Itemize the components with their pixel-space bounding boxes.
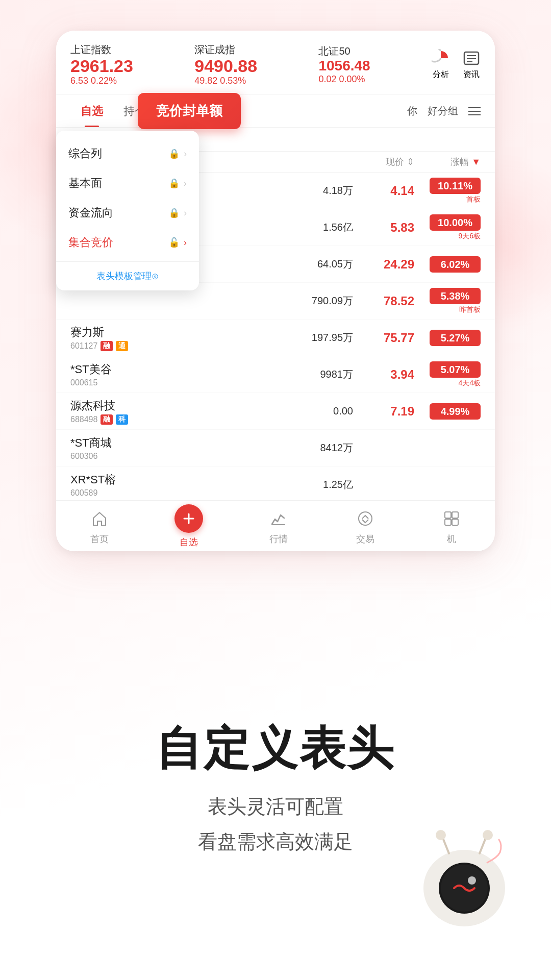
- change-badge-4: 5.38%: [430, 288, 481, 304]
- change-sub-6: 4天4板: [414, 379, 481, 388]
- svg-rect-21: [445, 519, 451, 525]
- index-beijing-change: 0.02 0.00%: [318, 74, 370, 85]
- market-header: 上证指数 2961.23 6.53 0.22% 深证成指 9490.88 49.…: [56, 31, 495, 95]
- sub-line2: 看盘需求高效满足: [198, 824, 353, 859]
- hamburger-menu[interactable]: [468, 107, 481, 115]
- table-row[interactable]: XR*ST榕 600589 1.25亿: [56, 467, 495, 503]
- stock-change-2: 10.00% 9天6板: [414, 214, 481, 241]
- stock-price-1: 4.14: [353, 184, 414, 198]
- news-button[interactable]: 资讯: [462, 49, 481, 80]
- nav-add-icon[interactable]: [174, 504, 203, 533]
- stock-vol-7: 0.00: [232, 405, 353, 417]
- dropdown-item-auction[interactable]: 集合竞价 🔓 ›: [56, 228, 199, 257]
- tab-bar: 自选 持仓 你 好分组: [56, 95, 495, 128]
- index-beijing50[interactable]: 北证50 1056.48 0.02 0.00%: [318, 44, 370, 85]
- stock-vol-8: 8412万: [232, 441, 353, 455]
- tab-right: 你 好分组: [407, 104, 481, 118]
- template-management-link[interactable]: 表头模板管理⊙: [56, 266, 199, 284]
- app-card: 上证指数 2961.23 6.53 0.22% 深证成指 9490.88 49.…: [56, 31, 495, 551]
- stock-code-5: 601127 融 通: [70, 341, 232, 351]
- table-row[interactable]: 源杰科技 688498 融 科 0.00 7.19 4.99%: [56, 393, 495, 430]
- nav-home[interactable]: 首页: [88, 507, 111, 545]
- dropdown-item-capital[interactable]: 资金流向 🔒 ›: [56, 198, 199, 228]
- svg-rect-20: [452, 512, 458, 518]
- stock-vol-3: 64.05万: [232, 257, 353, 271]
- trade-icon: [354, 507, 377, 530]
- nav-trade[interactable]: 交易: [354, 507, 377, 545]
- news-icon: [462, 49, 481, 67]
- chevron-right-capital: ›: [184, 208, 187, 218]
- market-icon: [267, 507, 290, 530]
- stock-name-7: 源杰科技: [70, 398, 232, 413]
- stock-info-8: *ST商城 600306: [70, 435, 232, 461]
- nav-more[interactable]: 机: [440, 507, 463, 545]
- table-row[interactable]: *ST商城 600306 8412万: [56, 430, 495, 467]
- dropdown-label-auction: 集合竞价: [68, 235, 168, 250]
- change-badge-7: 4.99%: [430, 403, 481, 420]
- red-button[interactable]: 竞价封单额: [138, 93, 241, 129]
- more-icon: [440, 507, 463, 530]
- stock-price-5: 75.77: [353, 331, 414, 345]
- svg-point-26: [468, 876, 476, 885]
- nav-watchlist[interactable]: 自选: [174, 504, 203, 548]
- tab-you[interactable]: 你: [407, 104, 417, 118]
- dropdown-item-composite[interactable]: 综合列 🔒 ›: [56, 139, 199, 168]
- analysis-button[interactable]: 分析: [432, 49, 450, 80]
- stock-code-8: 600306: [70, 452, 232, 461]
- index-beijing-value: 1056.48: [318, 58, 370, 74]
- stock-name-8: *ST商城: [70, 435, 232, 451]
- index-shanghai-name: 上证指数: [70, 43, 133, 57]
- stock-price-6: 3.94: [353, 368, 414, 382]
- stock-price-7: 7.19: [353, 404, 414, 419]
- stock-info-5: 赛力斯 601127 融 通: [70, 325, 232, 351]
- tab-watchlist[interactable]: 自选: [70, 95, 113, 127]
- stock-code-7: 688498 融 科: [70, 414, 232, 425]
- svg-rect-19: [445, 512, 451, 518]
- svg-point-28: [436, 830, 446, 840]
- index-shenzhen[interactable]: 深证成指 9490.88 49.82 0.53%: [194, 43, 257, 86]
- change-badge-2: 10.00%: [430, 214, 481, 231]
- nav-home-label: 首页: [90, 533, 109, 545]
- stock-info-7: 源杰科技 688498 融 科: [70, 398, 232, 425]
- change-badge-5: 5.27%: [430, 330, 481, 346]
- stock-name-6: *ST美谷: [70, 362, 232, 377]
- tag-rong-5: 融: [101, 341, 113, 351]
- dropdown-label-composite: 综合列: [68, 146, 168, 161]
- nav-watchlist-label: 自选: [180, 536, 198, 548]
- chevron-right-composite: ›: [184, 149, 187, 159]
- stock-change-4: 5.38% 昨首板: [414, 288, 481, 314]
- chevron-right-fundamental: ›: [184, 178, 187, 189]
- table-row[interactable]: 赛力斯 601127 融 通 197.95万 75.77 5.27%: [56, 320, 495, 356]
- stock-change-1: 10.11% 首板: [414, 178, 481, 204]
- stock-change-6: 5.07% 4天4板: [414, 361, 481, 388]
- dropdown-divider: [56, 261, 199, 262]
- table-row[interactable]: *ST美谷 000615 9981万 3.94 5.07% 4天4板: [56, 356, 495, 393]
- nav-trade-label: 交易: [356, 533, 374, 545]
- news-label: 资讯: [463, 69, 480, 80]
- col-change-header[interactable]: 涨幅 ▼: [414, 156, 481, 168]
- stock-price-2: 5.83: [353, 220, 414, 235]
- index-beijing-name: 北证50: [318, 44, 370, 58]
- header-icons: 分析 资讯: [432, 49, 481, 80]
- svg-rect-22: [452, 519, 458, 525]
- col-price-header[interactable]: 现价 ⇕: [353, 156, 414, 168]
- change-badge-1: 10.11%: [430, 178, 481, 194]
- stock-change-7: 4.99%: [414, 403, 481, 420]
- stock-change-5: 5.27%: [414, 330, 481, 346]
- change-badge-6: 5.07%: [430, 361, 481, 378]
- svg-rect-17: [272, 524, 285, 525]
- tab-group[interactable]: 好分组: [428, 104, 458, 118]
- nav-more-label: 机: [447, 533, 456, 545]
- stock-vol-2: 1.56亿: [232, 220, 353, 234]
- sub-title: 表头灵活可配置 看盘需求高效满足: [198, 789, 353, 859]
- dropdown-item-fundamental[interactable]: 基本面 🔒 ›: [56, 168, 199, 198]
- nav-market[interactable]: 行情: [267, 507, 290, 545]
- index-shanghai[interactable]: 上证指数 2961.23 6.53 0.22%: [70, 43, 133, 86]
- tag-tong-5: 通: [116, 341, 128, 351]
- tag-rong-7: 融: [101, 414, 113, 425]
- stock-vol-1: 4.18万: [232, 184, 353, 198]
- svg-line-27: [443, 838, 449, 853]
- lock-icon-capital: 🔒: [168, 207, 180, 218]
- stock-info-6: *ST美谷 000615: [70, 362, 232, 387]
- mascot-character: [408, 817, 520, 929]
